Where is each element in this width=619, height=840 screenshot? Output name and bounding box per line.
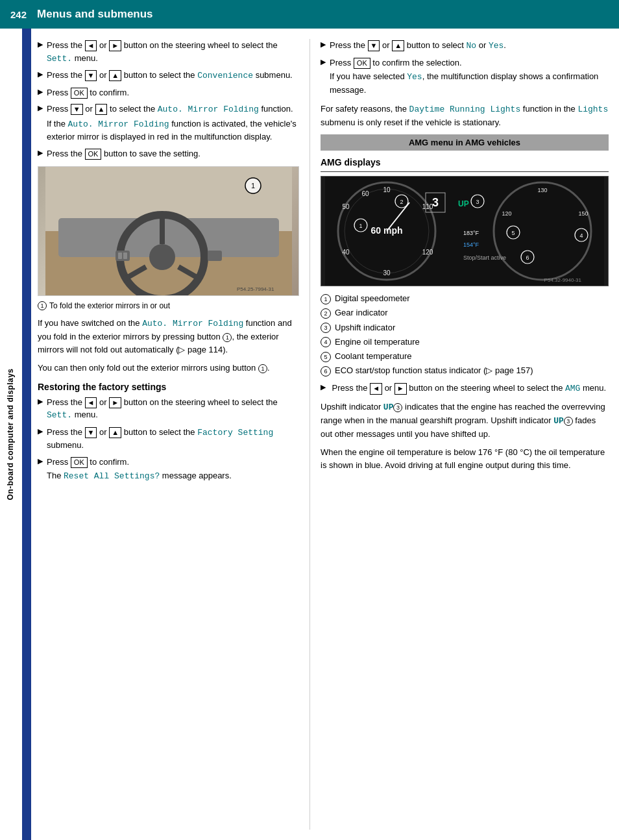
callout-label-4: Engine oil temperature [335, 336, 420, 348]
svg-point-4 [149, 244, 175, 270]
nav-down-btn: ▼ [71, 104, 83, 115]
ok-btn: OK [71, 88, 88, 99]
mono-mirror: Auto. Mirror Folding [158, 105, 259, 114]
car-caption: 1 To fold the exterior mirrors in or out [38, 301, 299, 310]
restoring-list: ▶ Press the ◄ or ► button on the steerin… [38, 396, 299, 483]
bullet-arrow: ▶ [38, 456, 43, 466]
right-column: ▶ Press the ▼ or ▲ button to select No o… [310, 39, 619, 830]
callout-num-1: 1 [321, 293, 331, 304]
nav-up-btn: ▲ [109, 70, 121, 81]
caption-text: To fold the exterior mirrors in or out [49, 301, 170, 310]
bullet-arrow: ▶ [321, 57, 326, 67]
list-item: ▶ Press the ◄ or ► button on the steerin… [38, 39, 299, 65]
bullet-text: Press the OK button to save the setting. [47, 147, 299, 160]
nav-up-btn: ▲ [392, 40, 404, 51]
list-item: ▶ Press the OK button to save the settin… [38, 147, 299, 160]
bullet-arrow: ▶ [38, 87, 43, 97]
callout-num-5: 5 [321, 351, 331, 362]
svg-rect-11 [208, 251, 222, 261]
svg-text:2: 2 [400, 199, 403, 205]
svg-text:30: 30 [383, 269, 391, 277]
callout-label-6: ECO start/stop function status indicator… [335, 365, 533, 377]
callout-3a: 3 [393, 403, 402, 412]
ok-btn: OK [85, 149, 102, 160]
svg-text:6: 6 [526, 254, 529, 261]
svg-text:Stop/Start active: Stop/Start active [463, 254, 506, 261]
nav-down-btn: ▼ [85, 70, 97, 81]
bullet-arrow: ▶ [38, 426, 43, 436]
main-content: ▶ Press the ◄ or ► button on the steerin… [31, 29, 619, 840]
list-item: ▶ Press the ▼ or ▲ button to select the … [38, 426, 299, 452]
callout-num-3: 3 [321, 322, 331, 334]
bullet-text: Press the ▼ or ▲ button to select No or … [330, 39, 609, 53]
svg-text:154°F: 154°F [463, 241, 479, 248]
mono-factory: Factory Setting [197, 428, 273, 438]
bullet-text: Press OK to confirm the selection. If yo… [330, 56, 609, 97]
nav-left-btn: ◄ [370, 383, 382, 394]
bullet-arrow: ▶ [38, 397, 43, 406]
list-item: ▶ Press OK to confirm. The Reset All Set… [38, 456, 299, 483]
svg-rect-9 [118, 253, 122, 259]
mono-mirror2: Auto. Mirror Folding [68, 119, 169, 129]
list-item: ▶ Press the ◄ or ► button on the steerin… [38, 396, 299, 422]
page-number: 242 [10, 9, 27, 20]
bullet-text: Press the ◄ or ► button on the steering … [47, 396, 299, 422]
svg-text:3: 3 [432, 196, 439, 209]
bullet-arrow: ▶ [38, 40, 43, 49]
content-area: On-board computer and displays ▶ Press t… [0, 29, 619, 840]
callout-label-2: Gear indicator [335, 307, 388, 319]
callout-circle: 4 [321, 337, 331, 347]
svg-text:4: 4 [579, 232, 583, 239]
bullet-text: Press the ▼ or ▲ button to select the Fa… [47, 426, 299, 452]
svg-rect-10 [123, 253, 127, 259]
amg-list-item: 6 ECO start/stop function status indicat… [321, 365, 609, 377]
amg-display: 10 110 120 30 40 50 60 60 mph 1 [321, 176, 609, 286]
svg-text:UP: UP [458, 199, 469, 208]
callout-circle: 1 [321, 294, 331, 304]
amg-list-item: 3 Upshift indicator [321, 322, 609, 334]
callout-circle: 5 [321, 352, 331, 362]
list-item: ▶ Press ▼ or ▲ to select the Auto. Mirro… [38, 103, 299, 143]
svg-text:150: 150 [578, 210, 588, 217]
callout-num-2: 2 [321, 307, 331, 319]
amg-list-item: 5 Coolant temperature [321, 351, 609, 362]
amg-callout-list: 1 Digital speedometer 2 Gear indicator 3… [321, 293, 609, 377]
divider [321, 171, 609, 172]
svg-text:40: 40 [342, 249, 350, 256]
amg-header: AMG menu in AMG vehicles [321, 134, 609, 151]
bullet-text: Press OK to confirm. The Reset All Setti… [47, 456, 299, 483]
mono-yes2: Yes [407, 72, 422, 82]
mono-no: No [467, 41, 477, 51]
car-image-inner: P54.25-7994-31 1 [38, 167, 298, 295]
list-item: ▶ Press the ▼ or ▲ button to select the … [38, 69, 299, 82]
mono-reset: Reset All Settings? [64, 471, 160, 481]
callout-circle: 6 [321, 366, 331, 377]
nav-right-btn: ► [109, 40, 121, 51]
callout-label-5: Coolant temperature [335, 351, 412, 362]
svg-text:P54.32-9940-31: P54.32-9940-31 [544, 277, 582, 283]
mono-autofold: Auto. Mirror Folding [142, 319, 243, 328]
svg-text:P54.25-7994-31: P54.25-7994-31 [237, 286, 274, 292]
nav-down-btn: ▼ [85, 427, 97, 438]
right-top-list: ▶ Press the ▼ or ▲ button to select No o… [321, 39, 609, 96]
svg-text:3: 3 [476, 199, 479, 205]
svg-text:60: 60 [361, 190, 369, 197]
amg-press-bullet: ▶ Press the ◄ or ► button on the steerin… [321, 382, 609, 395]
bullet-arrow: ▶ [38, 103, 43, 113]
oil-temp-para: When the engine oil temperature is below… [321, 446, 609, 472]
svg-text:120: 120 [422, 249, 433, 256]
nav-left-btn: ◄ [85, 40, 97, 51]
nav-up-btn: ▲ [109, 427, 121, 438]
bullet-text: Press OK to confirm. [47, 86, 299, 99]
list-item: ▶ Press the ▼ or ▲ button to select No o… [321, 39, 609, 53]
mono-yes: Yes [489, 41, 504, 51]
ok-btn: OK [71, 457, 88, 468]
list-item: ▶ Press OK to confirm the selection. If … [321, 56, 609, 97]
up-indicator-1: UP [383, 402, 394, 412]
bullet-arrow: ▶ [321, 40, 326, 49]
page-container: 242 Menus and submenus On-board computer… [0, 0, 619, 840]
mono-sett: Sett. [47, 54, 72, 64]
up-indicator-2: UP [553, 416, 564, 426]
nav-right-btn: ► [394, 383, 407, 394]
amg-list-item: 2 Gear indicator [321, 307, 609, 319]
